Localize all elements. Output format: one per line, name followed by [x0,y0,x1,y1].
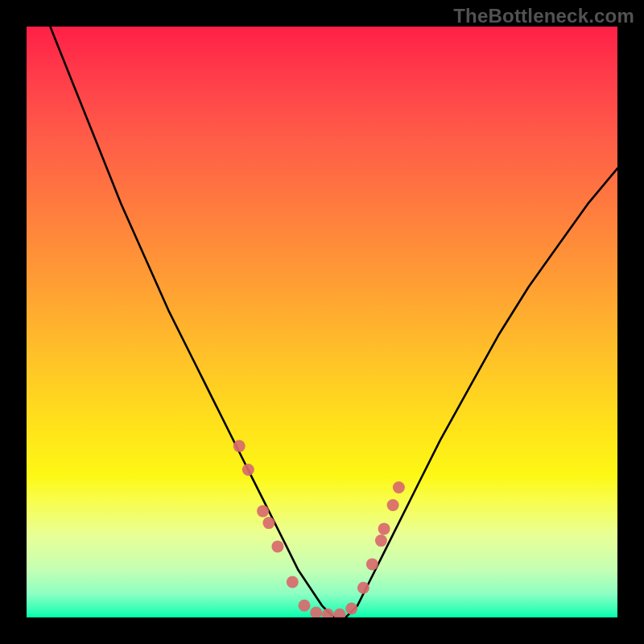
chart-frame: TheBottleneck.com [0,0,644,644]
sample-dot [322,609,334,617]
sample-dot [271,540,283,552]
sample-dot [242,464,254,476]
sample-dot [378,522,390,535]
plot-area [27,27,617,617]
sample-dot [262,517,275,529]
sample-dot [393,481,405,493]
sample-dots [233,440,405,617]
sample-dot [334,609,346,617]
sample-dot [345,603,357,615]
sample-dot [299,600,311,612]
sample-dot [375,535,387,547]
sample-dot [257,505,269,517]
sample-dot [287,576,299,588]
sample-dot [387,499,399,511]
bottleneck-curve [50,27,617,617]
sample-dot [357,582,369,594]
sample-dot [310,607,322,617]
sample-dot [233,440,246,452]
sample-dot [366,558,378,570]
watermark-text: TheBottleneck.com [453,5,634,27]
chart-overlay [27,27,617,617]
